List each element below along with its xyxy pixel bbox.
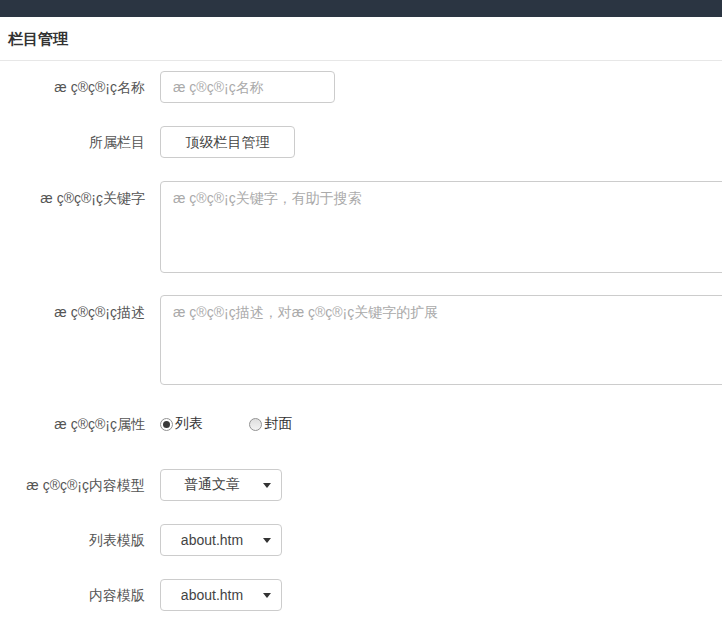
content-template-label: 内容模版 [0,579,145,611]
keywords-label: æ ç®ç®¡ç关键字 [0,181,145,277]
page-header: 栏目管理 [0,17,722,61]
form-row-attribute: æ ç®ç®¡ç属性 列表 封面 [0,416,722,435]
form-row-content-template: 内容模版 about.htm [0,579,722,611]
attribute-label: æ ç®ç®¡ç属性 [0,416,145,435]
list-template-value: about.htm [181,532,243,548]
form-row-list-template: 列表模版 about.htm [0,524,722,556]
attribute-option-cover[interactable]: 封面 [249,416,292,432]
content-template-select[interactable]: about.htm [160,579,282,611]
name-input[interactable] [160,71,335,103]
content-model-select[interactable]: 普通文章 [160,469,282,501]
radio-list-label: 列表 [175,415,203,433]
content-model-label: æ ç®ç®¡ç内容模型 [0,469,145,501]
list-template-label: 列表模版 [0,524,145,556]
description-textarea[interactable] [160,295,722,385]
radio-cover-label: 封面 [264,415,292,433]
form-row-parent: 所属栏目 顶级栏目管理 [0,126,722,158]
chevron-down-icon [263,593,271,598]
keywords-textarea[interactable] [160,181,722,273]
list-template-select[interactable]: about.htm [160,524,282,556]
chevron-down-icon [263,538,271,543]
content-template-value: about.htm [181,587,243,603]
description-label: æ ç®ç®¡ç描述 [0,295,145,389]
form-row-keywords: æ ç®ç®¡ç关键字 [0,181,722,277]
top-navigation-bar [0,0,722,17]
form-row-description: æ ç®ç®¡ç描述 [0,295,722,389]
attribute-option-list[interactable]: 列表 [160,416,203,432]
chevron-down-icon [263,483,271,488]
parent-label: 所属栏目 [0,126,145,158]
content-model-value: 普通文章 [184,476,240,494]
form-row-content-model: æ ç®ç®¡ç内容模型 普通文章 [0,469,722,501]
radio-list-icon[interactable] [160,418,173,431]
page-title: 栏目管理 [8,30,714,49]
column-edit-form: æ ç®ç®¡ç名称 所属栏目 顶级栏目管理 æ ç®ç®¡ç关键字 æ ç®ç… [0,61,722,611]
name-label: æ ç®ç®¡ç名称 [0,71,145,103]
form-row-name: æ ç®ç®¡ç名称 [0,71,722,103]
parent-column-button[interactable]: 顶级栏目管理 [160,126,295,158]
radio-cover-icon[interactable] [249,418,262,431]
